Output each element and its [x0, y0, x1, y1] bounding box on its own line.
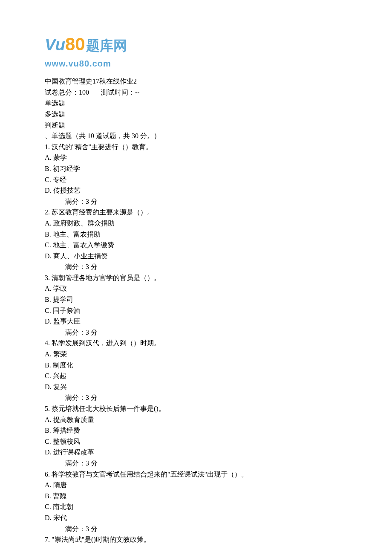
- question-option: B. 初习经学: [45, 163, 347, 174]
- question-stem: 6. 将学校教育与文官考试任用结合起来的"五经课试法"出现于（）。: [45, 469, 347, 480]
- question-score: 满分：3 分: [45, 327, 347, 338]
- question-option: A. 繁荣: [45, 349, 347, 360]
- logo-80: 80: [65, 30, 85, 58]
- section-header: 、单选题（共 10 道试题，共 30 分。）: [45, 130, 347, 142]
- question-option: B. 筹措经费: [45, 425, 347, 436]
- question-option: B. 曹魏: [45, 491, 347, 502]
- question-option: A. 政府财政、群众捐助: [45, 218, 347, 229]
- question-stem: 1. 汉代的"精舍"主要进行（）教育。: [45, 142, 347, 153]
- question-option: D. 传授技艺: [45, 185, 347, 196]
- question-option: C. 整顿校风: [45, 436, 347, 447]
- questions-container: 1. 汉代的"精舍"主要进行（）教育。A. 蒙学B. 初习经学C. 专经D. 传…: [45, 142, 347, 545]
- question-stem: 3. 清朝管理各地方官学的官员是（）。: [45, 272, 347, 283]
- question-option: A. 学政: [45, 283, 347, 294]
- question-option: D. 商人、小业主捐资: [45, 251, 347, 262]
- exam-meta: 试卷总分：100 测试时间：--: [45, 87, 347, 98]
- total-value: 100: [79, 89, 89, 96]
- question-option: C. 地主、富农入学缴费: [45, 240, 347, 251]
- question-option: B. 制度化: [45, 360, 347, 371]
- question-option: B. 提学司: [45, 294, 347, 305]
- type-multi: 多选题: [45, 109, 347, 120]
- question-option: A. 提高教育质量: [45, 414, 347, 425]
- logo-url: www.vu80.com: [45, 57, 347, 70]
- question-stem: 7. "崇法尚武"是()时期的文教政策。: [45, 534, 347, 545]
- question-stem: 4. 私学发展到汉代，进入到（）时期。: [45, 338, 347, 349]
- time-label: 测试时间：: [101, 89, 135, 96]
- question-stem: 2. 苏区教育经费的主要来源是（）。: [45, 207, 347, 218]
- question-score: 满分：3 分: [45, 392, 347, 403]
- divider: [45, 74, 347, 74]
- question-option: A. 蒙学: [45, 152, 347, 163]
- question-option: C. 专经: [45, 174, 347, 185]
- question-stem: 5. 蔡元培就任北大校长后第一件事是()。: [45, 403, 347, 414]
- type-judge: 判断题: [45, 120, 347, 131]
- question-option: C. 国子祭酒: [45, 305, 347, 316]
- logo-text: 题库网: [86, 35, 127, 57]
- question-option: D. 进行课程改革: [45, 447, 347, 458]
- exam-title: 中国教育管理史17秋在线作业2: [45, 76, 347, 87]
- total-label: 试卷总分：: [45, 89, 79, 96]
- question-score: 满分：3 分: [45, 523, 347, 535]
- question-score: 满分：3 分: [45, 458, 347, 469]
- question-option: C. 兴起: [45, 370, 347, 382]
- question-option: D. 监事大臣: [45, 316, 347, 327]
- question-option: D. 宋代: [45, 512, 347, 523]
- question-option: C. 南北朝: [45, 501, 347, 512]
- question-score: 满分：3 分: [45, 196, 347, 207]
- logo-vu: Vu: [45, 32, 65, 58]
- question-option: D. 复兴: [45, 382, 347, 393]
- type-single: 单选题: [45, 98, 347, 109]
- time-value: --: [135, 89, 140, 96]
- question-score: 满分：3 分: [45, 261, 347, 272]
- question-option: B. 地主、富农捐助: [45, 229, 347, 240]
- logo: Vu80题库网 www.vu80.com: [45, 30, 347, 70]
- question-option: A. 隋唐: [45, 480, 347, 491]
- logo-top: Vu80题库网: [45, 30, 347, 58]
